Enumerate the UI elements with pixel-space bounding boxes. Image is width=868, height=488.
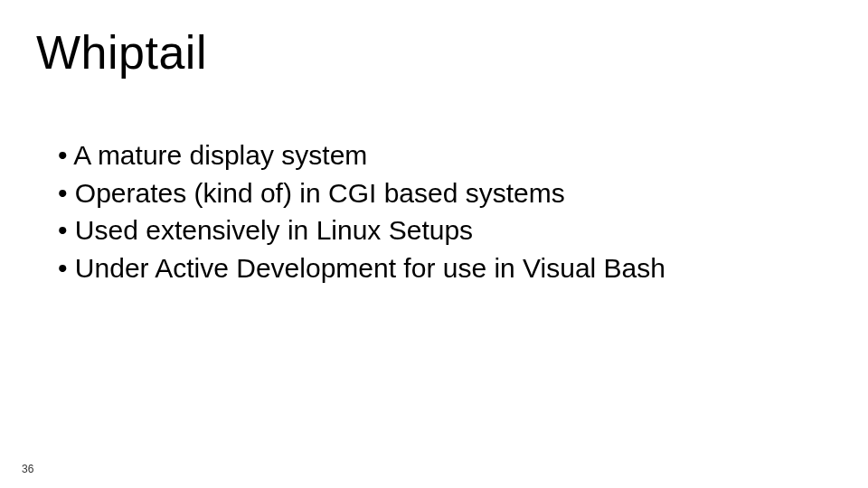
bullet-item: Operates (kind of) in CGI based systems bbox=[58, 175, 832, 212]
page-number: 36 bbox=[22, 463, 33, 475]
bullet-item: Used extensively in Linux Setups bbox=[58, 212, 832, 249]
bullet-item: A mature display system bbox=[58, 137, 832, 174]
slide: Whiptail A mature display system Operate… bbox=[0, 0, 868, 488]
bullet-item: Under Active Development for use in Visu… bbox=[58, 250, 832, 287]
bullet-list: A mature display system Operates (kind o… bbox=[36, 137, 832, 286]
slide-title: Whiptail bbox=[36, 25, 832, 80]
